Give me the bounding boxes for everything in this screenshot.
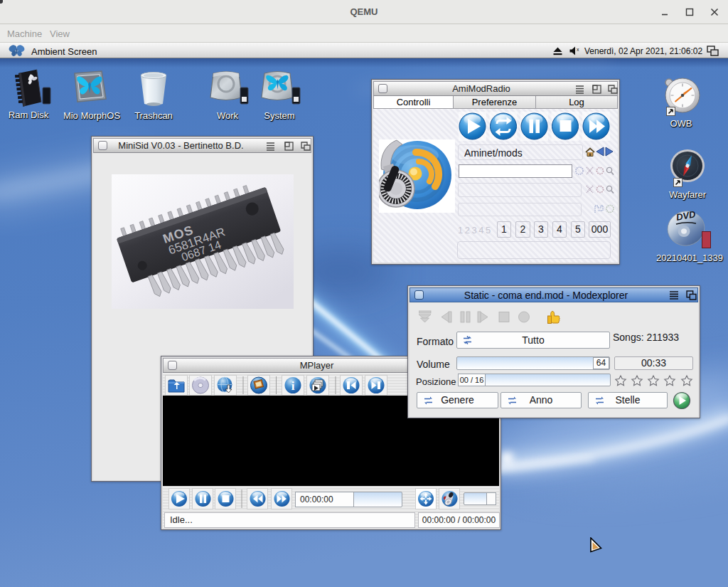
svg-text:x: x (577, 47, 579, 52)
svg-text:i: i (291, 379, 295, 393)
